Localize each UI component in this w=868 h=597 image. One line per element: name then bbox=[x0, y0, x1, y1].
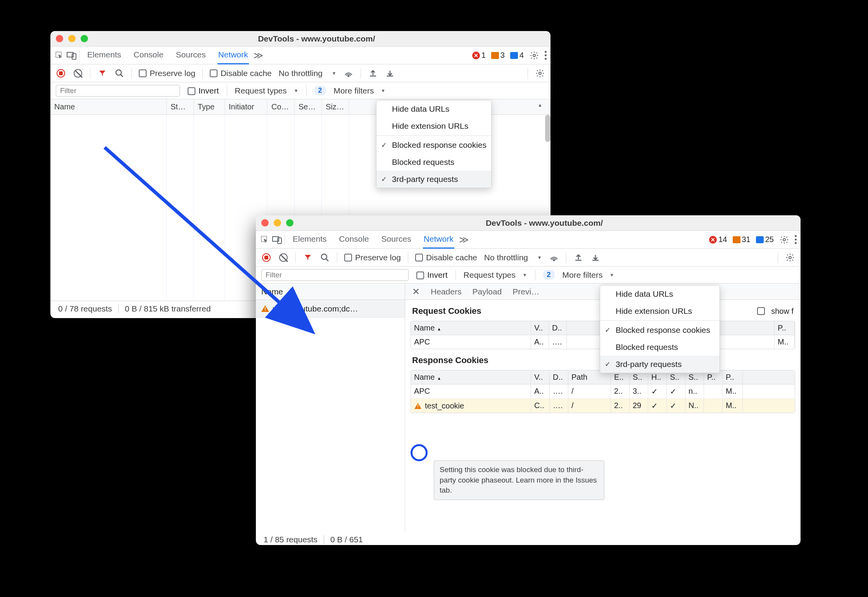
filter-toggle-icon[interactable] bbox=[97, 68, 107, 78]
titlebar[interactable]: DevTools - www.youtube.com/ bbox=[50, 31, 550, 47]
device-toolbar-icon[interactable] bbox=[272, 235, 282, 245]
upload-har-icon[interactable] bbox=[573, 253, 583, 263]
sources-tab[interactable]: Sources bbox=[175, 46, 207, 64]
detail-tab-preview[interactable]: Previ… bbox=[513, 287, 539, 296]
record-button[interactable] bbox=[261, 253, 271, 263]
network-settings-icon[interactable] bbox=[535, 68, 545, 78]
download-har-icon[interactable] bbox=[385, 68, 395, 78]
column-initiator[interactable]: Initiator bbox=[225, 99, 267, 114]
console-tab[interactable]: Console bbox=[133, 46, 164, 64]
menu-hide-extension-urls[interactable]: Hide extension URLs bbox=[600, 303, 720, 320]
minimize-window-button[interactable] bbox=[68, 35, 76, 42]
menu-blocked-response-cookies[interactable]: ✓Blocked response cookies bbox=[376, 137, 491, 154]
col-name[interactable]: Name▲ bbox=[411, 370, 531, 384]
clear-button[interactable] bbox=[278, 253, 288, 263]
preserve-log-checkbox[interactable]: Preserve log bbox=[139, 69, 195, 78]
clear-button[interactable] bbox=[73, 68, 83, 78]
upload-har-icon[interactable] bbox=[368, 68, 378, 78]
status-bar: 1 / 85 requests 0 B / 651 bbox=[256, 532, 801, 545]
separator bbox=[227, 85, 227, 96]
more-tabs-button[interactable]: ≫ bbox=[251, 50, 266, 61]
column-se[interactable]: Se… bbox=[295, 99, 322, 114]
filter-input[interactable] bbox=[56, 85, 180, 97]
column-size[interactable]: Siz… bbox=[322, 99, 349, 114]
column-name[interactable]: Name bbox=[50, 99, 167, 114]
search-icon[interactable] bbox=[320, 253, 330, 263]
col-name[interactable]: Name▲ bbox=[411, 321, 531, 335]
menu-hide-extension-urls[interactable]: Hide extension URLs bbox=[376, 118, 491, 135]
titlebar[interactable]: DevTools - www.youtube.com/ bbox=[256, 215, 801, 231]
download-har-icon[interactable] bbox=[590, 253, 601, 263]
show-filtered-checkbox[interactable]: show f bbox=[757, 307, 794, 316]
col-d[interactable]: D.. bbox=[550, 370, 568, 384]
network-conditions-icon[interactable] bbox=[549, 253, 559, 263]
sources-tab[interactable]: Sources bbox=[381, 230, 412, 249]
network-tab[interactable]: Network bbox=[423, 230, 454, 249]
filter-input[interactable] bbox=[261, 269, 409, 281]
inspect-icon[interactable] bbox=[260, 235, 270, 245]
request-types-dropdown[interactable]: Request types ▼ bbox=[235, 86, 299, 95]
col-p3[interactable]: P.. bbox=[723, 370, 743, 384]
more-options-button[interactable] bbox=[795, 235, 797, 244]
info-counter[interactable]: 25 bbox=[756, 235, 774, 244]
column-co[interactable]: Co… bbox=[267, 99, 295, 114]
record-button[interactable] bbox=[56, 68, 66, 78]
maximize-window-button[interactable] bbox=[286, 219, 293, 227]
maximize-window-button[interactable] bbox=[81, 35, 88, 42]
settings-gear-icon[interactable] bbox=[779, 235, 789, 245]
device-toolbar-icon[interactable] bbox=[67, 50, 77, 61]
more-tabs-button[interactable]: ≫ bbox=[457, 234, 471, 245]
search-icon[interactable] bbox=[114, 68, 124, 78]
scrollbar[interactable] bbox=[545, 115, 550, 142]
menu-3rd-party-requests[interactable]: ✓3rd-party requests bbox=[376, 171, 491, 188]
filter-toggle-icon[interactable] bbox=[303, 253, 313, 263]
invert-checkbox[interactable]: Invert bbox=[416, 270, 448, 280]
throttling-dropdown[interactable]: No throttling ▼ bbox=[279, 69, 337, 78]
invert-checkbox[interactable]: Invert bbox=[188, 86, 219, 95]
minimize-window-button[interactable] bbox=[274, 219, 281, 227]
close-detail-icon[interactable]: ✕ bbox=[412, 286, 420, 297]
more-filters-dropdown[interactable]: More filters ▼ bbox=[334, 86, 386, 95]
network-tab[interactable]: Network bbox=[217, 46, 249, 64]
menu-hide-data-urls[interactable]: Hide data URLs bbox=[600, 286, 720, 303]
disable-cache-checkbox[interactable]: Disable cache bbox=[415, 253, 477, 262]
col-p[interactable]: P.. bbox=[775, 321, 795, 335]
error-counter[interactable]: ✕14 bbox=[709, 235, 727, 244]
cookie-row-blocked[interactable]: test_cookie C.. …. / 2.. 29 ✓ ✓ N.. M.. bbox=[411, 399, 795, 413]
request-types-dropdown[interactable]: Request types ▼ bbox=[464, 270, 527, 280]
menu-blocked-response-cookies[interactable]: ✓Blocked response cookies bbox=[600, 322, 720, 339]
error-counter[interactable]: ✕1 bbox=[472, 51, 486, 60]
filter-count-badge: 2 bbox=[314, 86, 326, 95]
elements-tab[interactable]: Elements bbox=[292, 230, 328, 249]
menu-blocked-requests[interactable]: Blocked requests bbox=[600, 339, 720, 356]
detail-tab-headers[interactable]: Headers bbox=[431, 287, 461, 296]
menu-hide-data-urls[interactable]: Hide data URLs bbox=[376, 100, 491, 118]
more-filters-dropdown[interactable]: More filters ▼ bbox=[563, 270, 614, 280]
col-d[interactable]: D.. bbox=[549, 321, 567, 335]
warning-counter[interactable]: 3 bbox=[491, 51, 505, 60]
console-tab[interactable]: Console bbox=[338, 230, 370, 249]
throttling-dropdown[interactable]: No throttling ▼ bbox=[484, 253, 542, 262]
column-status[interactable]: St… bbox=[167, 99, 194, 114]
more-options-button[interactable] bbox=[545, 51, 547, 60]
close-window-button[interactable] bbox=[56, 35, 63, 42]
menu-3rd-party-requests[interactable]: ✓3rd-party requests bbox=[600, 356, 720, 373]
info-counter[interactable]: 4 bbox=[510, 51, 524, 60]
request-row[interactable]: www.youtube.com;dc… bbox=[256, 300, 405, 318]
column-type[interactable]: Type bbox=[194, 99, 225, 114]
menu-blocked-requests[interactable]: Blocked requests bbox=[376, 154, 491, 171]
elements-tab[interactable]: Elements bbox=[86, 46, 122, 64]
network-conditions-icon[interactable] bbox=[343, 68, 354, 78]
settings-gear-icon[interactable] bbox=[529, 50, 539, 61]
sidebar-header-name[interactable]: Name bbox=[256, 284, 405, 300]
col-v[interactable]: V.. bbox=[531, 321, 549, 335]
close-window-button[interactable] bbox=[261, 219, 269, 227]
preserve-log-checkbox[interactable]: Preserve log bbox=[344, 253, 401, 262]
network-settings-icon[interactable] bbox=[785, 253, 795, 263]
disable-cache-checkbox[interactable]: Disable cache bbox=[210, 69, 272, 78]
col-v[interactable]: V.. bbox=[531, 370, 550, 384]
detail-tab-payload[interactable]: Payload bbox=[472, 287, 502, 296]
inspect-icon[interactable] bbox=[54, 50, 64, 61]
cookie-row[interactable]: APC A.. …. / 2.. 3.. ✓ ✓ n.. M.. bbox=[411, 384, 795, 399]
warning-counter[interactable]: 31 bbox=[733, 235, 751, 244]
